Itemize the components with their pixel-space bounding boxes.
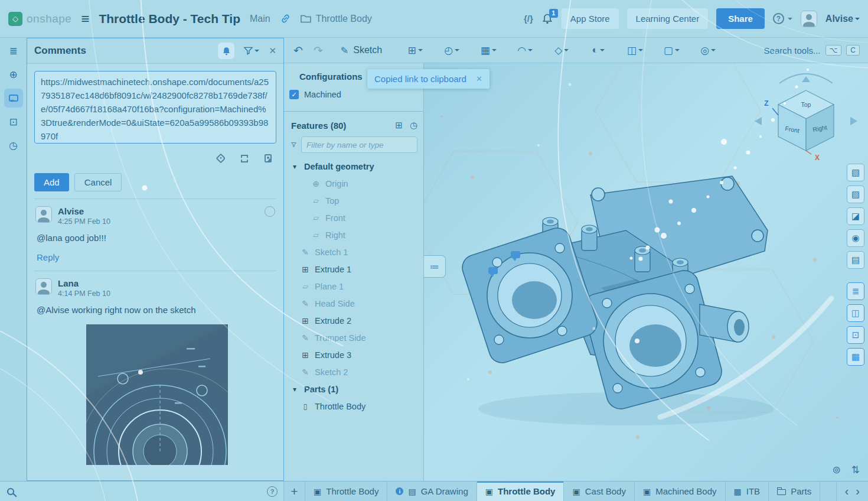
tab[interactable]: Throttle Body (477, 482, 564, 501)
filter-funnel-icon[interactable] (291, 141, 296, 149)
resolve-checkbox[interactable] (265, 206, 275, 217)
document-panel-icon[interactable]: ≣ (4, 41, 23, 60)
feature-tree-item[interactable]: Throttle Body (284, 398, 423, 415)
comments-panel-icon[interactable] (4, 89, 23, 108)
insert-feature-icon[interactable]: ⊞ (395, 120, 403, 131)
comment-notifications-icon[interactable] (218, 43, 234, 59)
history-icon[interactable]: ◷ (4, 136, 23, 155)
shaded-view-icon[interactable]: ▧ (847, 164, 864, 181)
toast-close-icon[interactable]: ✕ (476, 74, 482, 83)
checked-checkbox[interactable]: ✓ (289, 90, 299, 99)
feature-tree-item[interactable]: Parts (1) (284, 380, 423, 398)
selection-tool-icon[interactable]: ▢ (657, 44, 686, 57)
tab[interactable]: ITB (726, 482, 769, 501)
schedule-icon[interactable]: ▦ (847, 348, 864, 366)
rollback-clock-icon[interactable]: ◷ (410, 120, 417, 131)
tab[interactable]: Cast Body (564, 482, 634, 501)
view-cube[interactable]: Top Front Right Z X (750, 68, 862, 168)
export-view-icon[interactable]: ⊡ (847, 326, 864, 344)
menu-icon[interactable]: ≡ (81, 12, 89, 26)
feature-tree-item[interactable]: Default geometry (284, 158, 423, 175)
feature-tree-item[interactable]: Trumpet Side (284, 329, 423, 346)
camera-snapshot-icon[interactable]: ◉ (847, 229, 864, 247)
panel-collapse-handle[interactable]: ≔ (424, 255, 446, 278)
hidden-edges-icon[interactable]: ▨ (847, 186, 864, 203)
tab[interactable]: Parts (769, 482, 820, 501)
breadcrumb-folder[interactable]: Throttle Body (301, 14, 372, 24)
rotate-right-arrow[interactable] (850, 117, 857, 125)
add-tab-button[interactable]: + (284, 482, 305, 501)
rotate-left-arrow[interactable] (755, 117, 762, 125)
notifications-button[interactable]: 1 (541, 13, 553, 25)
comment-filter-icon[interactable] (244, 47, 259, 55)
tab-help-icon[interactable]: ? (267, 486, 278, 497)
publications-icon[interactable]: ⊡ (4, 112, 23, 131)
rotate-up-arrow[interactable] (802, 76, 810, 82)
feature-tree-item[interactable]: Origin (284, 175, 423, 192)
viewport-3d[interactable]: Top Front Right Z X ▧ ▨ ◪ (424, 63, 868, 481)
cancel-button[interactable]: Cancel (74, 173, 122, 191)
tab[interactable]: Throttle Body (305, 482, 387, 501)
user-avatar[interactable] (801, 11, 817, 27)
search-tools[interactable]: Search tools... ⌥ C (764, 45, 860, 56)
share-button[interactable]: Share (716, 8, 765, 29)
help-button[interactable]: ? (773, 13, 792, 24)
user-menu[interactable]: Alvise (825, 14, 860, 24)
feature-tree-item[interactable]: Right (284, 226, 423, 243)
feature-tree-item[interactable]: Extrude 3 (284, 346, 423, 363)
tag-icon[interactable] (214, 151, 228, 165)
comment-input[interactable]: https://midwestmachinetech.onshape.com/d… (34, 71, 276, 144)
render-quality-icon[interactable]: ⊚ (833, 464, 841, 476)
image-icon[interactable] (261, 151, 275, 165)
feature-tree-item[interactable]: Top (284, 192, 423, 209)
units-sort-icon[interactable]: ⇅ (851, 464, 860, 476)
chevron-down-icon (675, 49, 680, 54)
add-comment-button[interactable]: Add (34, 173, 69, 191)
search-in-view-icon[interactable] (7, 488, 14, 495)
close-icon[interactable]: ✕ (269, 45, 276, 56)
section-view-icon[interactable]: ◪ (847, 207, 864, 225)
pattern-tool-icon[interactable]: ▦ (474, 44, 502, 57)
extrude-tool-icon[interactable]: ⊞ (401, 44, 429, 57)
breadcrumb-folder-label: Throttle Body (316, 14, 372, 24)
onshape-logo[interactable]: ◇ onshape (8, 12, 71, 26)
learning-center-button[interactable]: Learning Center (627, 8, 709, 29)
tab[interactable]: Machined Body (635, 482, 726, 501)
feature-filter-input[interactable] (301, 136, 417, 153)
feature-list-icon[interactable]: ≣ (847, 282, 864, 300)
reply-link[interactable]: Reply (37, 252, 59, 262)
comment-list: Alvise 4:25 PM Feb 10 @lana good job!!! … (34, 199, 276, 471)
feature-tree-item[interactable]: Sketch 1 (284, 243, 423, 261)
compare-view-icon[interactable]: ◫ (847, 304, 864, 322)
plane-tool-icon[interactable]: ◇ (547, 44, 576, 57)
redo-icon[interactable]: ↷ (314, 44, 323, 57)
bottom-tab-bar: ? + Throttle Body GA Drawing (0, 481, 868, 501)
comment-attachment-image[interactable] (86, 324, 228, 465)
measure-tool-icon[interactable]: ◎ (694, 44, 722, 57)
revolve-tool-icon[interactable]: ◴ (438, 44, 466, 57)
feature-tree-item[interactable]: Plane 1 (284, 278, 423, 295)
feature-tree-item[interactable]: Head Side (284, 295, 423, 312)
feature-tree-item[interactable]: Extrude 2 (284, 312, 423, 329)
boolean-tool-icon[interactable]: ◐ (584, 44, 612, 57)
undo-icon[interactable]: ↶ (293, 44, 303, 57)
copy-link-icon[interactable] (280, 13, 291, 24)
feature-tree-item[interactable]: Extrude 1 (284, 261, 423, 278)
named-views-icon[interactable]: ▤ (847, 251, 864, 269)
prev-tabs-icon[interactable]: ‹ (843, 484, 851, 498)
feature-tree-item[interactable]: Sketch 2 (284, 363, 423, 380)
comment-author: Alvise (58, 206, 110, 216)
fillet-tool-icon[interactable]: ◠ (511, 44, 539, 57)
sketch-button[interactable]: ✎ Sketch (337, 44, 386, 57)
tab[interactable]: GA Drawing (387, 482, 477, 501)
workspace-label[interactable]: Main (250, 14, 270, 24)
snip-icon[interactable] (237, 151, 252, 165)
feature-tree-item[interactable]: Front (284, 209, 423, 226)
mirror-tool-icon[interactable]: ◫ (621, 44, 649, 57)
next-tabs-icon[interactable]: › (853, 484, 862, 498)
configuration-option[interactable]: ✓ Machined (284, 87, 423, 102)
featurescript-icon[interactable]: {/} (524, 14, 533, 24)
question-mark-icon: ? (773, 13, 784, 24)
insert-item-icon[interactable]: ⊕ (4, 65, 23, 84)
app-store-button[interactable]: App Store (562, 8, 619, 29)
